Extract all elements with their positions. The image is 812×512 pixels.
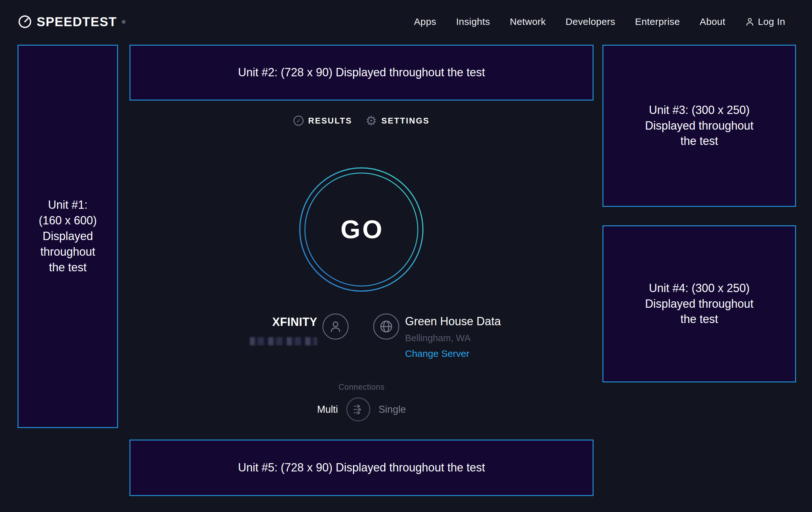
gear-icon: ⚙ xyxy=(366,115,377,126)
ad-unit-4-text: Unit #4: (300 x 250) Displayed throughou… xyxy=(645,280,753,327)
ad-unit-2-text: Unit #2: (728 x 90) Displayed throughout… xyxy=(238,65,485,80)
nav-item-network[interactable]: Network xyxy=(510,16,546,27)
ad-unit-3-text: Unit #3: (300 x 250) Displayed throughou… xyxy=(645,103,753,150)
isp-name: XFINITY xyxy=(223,315,317,329)
server-location: Bellingham, WA xyxy=(405,333,501,344)
ad-unit-5[interactable]: Unit #5: (728 x 90) Displayed throughout… xyxy=(129,439,593,496)
speedtest-page: SPEEDTEST ® Apps Insights Network Develo… xyxy=(0,0,812,512)
logo-wordmark: SPEEDTEST xyxy=(37,15,117,29)
isp-redacted-detail xyxy=(250,337,317,345)
isp-user-icon[interactable] xyxy=(322,314,349,340)
server-name: Green House Data xyxy=(405,315,501,328)
speedtest-logo[interactable]: SPEEDTEST ® xyxy=(18,15,125,29)
view-tabs: ✓ RESULTS ⚙ SETTINGS xyxy=(129,115,593,126)
tab-results[interactable]: ✓ RESULTS xyxy=(293,115,352,126)
login-label: Log In xyxy=(758,16,785,27)
nav-item-about[interactable]: About xyxy=(700,16,725,27)
connections-multi-option[interactable]: Multi xyxy=(317,404,338,415)
nav-item-apps[interactable]: Apps xyxy=(414,16,436,27)
gauge-icon xyxy=(18,15,32,29)
login-button[interactable]: Log In xyxy=(745,16,785,27)
go-label: GO xyxy=(297,166,425,293)
tab-settings-label: SETTINGS xyxy=(381,116,430,126)
tab-settings[interactable]: ⚙ SETTINGS xyxy=(366,115,430,126)
user-icon xyxy=(745,17,755,26)
connections-toggle[interactable] xyxy=(346,397,370,421)
change-server-link[interactable]: Change Server xyxy=(405,348,501,359)
top-nav: SPEEDTEST ® Apps Insights Network Develo… xyxy=(0,0,812,44)
nav-item-enterprise[interactable]: Enterprise xyxy=(635,16,680,27)
connections-single-option[interactable]: Single xyxy=(379,404,406,415)
ad-unit-2[interactable]: Unit #2: (728 x 90) Displayed throughout… xyxy=(129,45,593,101)
tab-results-label: RESULTS xyxy=(308,116,352,126)
nav-item-developers[interactable]: Developers xyxy=(566,16,615,27)
server-globe-icon[interactable] xyxy=(373,314,399,340)
nav-menu: Apps Insights Network Developers Enterpr… xyxy=(414,16,785,27)
ad-unit-1-text: Unit #1: (160 x 600) Displayed throughou… xyxy=(38,197,97,275)
nav-item-insights[interactable]: Insights xyxy=(456,16,490,27)
connections-row: Multi Single xyxy=(129,397,593,421)
server-info: Green House Data Bellingham, WA Change S… xyxy=(405,315,501,359)
ad-unit-5-text: Unit #5: (728 x 90) Displayed throughout… xyxy=(238,460,485,476)
ad-unit-4[interactable]: Unit #4: (300 x 250) Displayed throughou… xyxy=(603,225,796,382)
ad-unit-3[interactable]: Unit #3: (300 x 250) Displayed throughou… xyxy=(603,45,796,207)
go-button[interactable]: GO xyxy=(297,166,425,293)
check-circle-icon: ✓ xyxy=(293,115,303,126)
multi-arrows-icon xyxy=(351,402,366,417)
ad-unit-1[interactable]: Unit #1: (160 x 600) Displayed throughou… xyxy=(18,45,118,428)
connections-label: Connections xyxy=(129,382,593,392)
logo-trademark: ® xyxy=(122,19,125,25)
